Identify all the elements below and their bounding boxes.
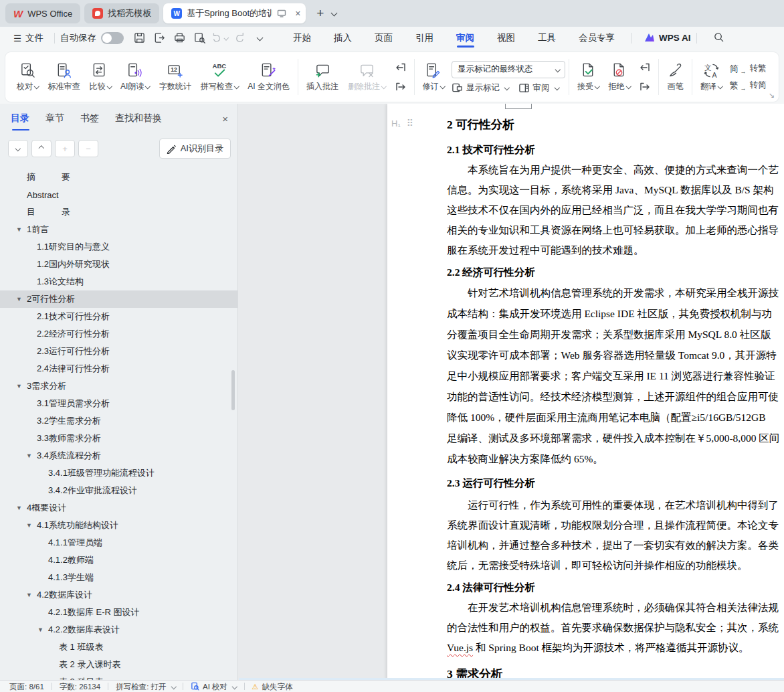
save-icon[interactable]	[130, 30, 148, 46]
toc-expand-arrow[interactable]: ▼	[16, 383, 27, 390]
menu-insert[interactable]: 插入	[322, 27, 363, 49]
compare-button[interactable]: 比较	[85, 56, 116, 98]
tab-chapters[interactable]: 章节	[45, 112, 64, 131]
insert-comment-button[interactable]: 插入批注	[302, 56, 343, 98]
markup-state-select[interactable]: 显示标记的最终状态	[452, 61, 565, 78]
heading-drag-handle[interactable]: H₁ ⠿	[391, 118, 414, 128]
new-tab-button[interactable]: +	[316, 6, 324, 21]
ai-recognize-toc-button[interactable]: AI识别目录	[159, 139, 231, 159]
toc-item[interactable]: ▼4.2.2数据库表设计	[0, 621, 237, 638]
menu-reference[interactable]: 引用	[404, 27, 445, 49]
wps-ai-button[interactable]: WPS AI	[644, 33, 691, 43]
tab-document-active[interactable]: W 基于Spring Boot的培训机构 ×	[163, 3, 306, 23]
document-page[interactable]: H₁ ⠿ 2 可行性分析 2.1 技术可行性分析 本系统旨在为用户提供一种更安全…	[387, 104, 784, 680]
toc-item[interactable]: 1.1研究目的与意义	[0, 238, 237, 256]
toc-expand-arrow[interactable]: ▼	[16, 226, 27, 233]
word-count-button[interactable]: 12 字数统计	[155, 56, 196, 98]
menu-page[interactable]: 页面	[363, 27, 404, 49]
toc-item[interactable]: 1.2国内外研究现状	[0, 256, 237, 273]
missing-font-warning[interactable]: ⚠缺失字体	[252, 681, 293, 692]
review-pane-button[interactable]: 审阅	[518, 82, 559, 94]
ink-brush-button[interactable]: 画笔	[662, 56, 688, 98]
toc-expand-arrow[interactable]: ▼	[16, 505, 27, 511]
proofread-button[interactable]: 校对	[12, 56, 43, 98]
previous-revision-icon[interactable]	[637, 61, 653, 74]
toc-expand-arrow[interactable]: ▼	[37, 626, 48, 633]
file-menu[interactable]: ☰ 文件	[8, 32, 49, 44]
ai-polish-button[interactable]: AI 全文润色	[243, 56, 294, 98]
translate-button[interactable]: 文A 翻译	[696, 56, 727, 98]
tab-docer-templates[interactable]: 找稻壳模板	[84, 3, 159, 23]
word-count-indicator[interactable]: 字数: 26134	[60, 681, 100, 692]
toc-item[interactable]: 表 2 录入课时表	[0, 656, 237, 673]
toc-expand-arrow[interactable]: ▼	[26, 522, 37, 529]
redo-icon[interactable]	[231, 30, 248, 46]
toc-item[interactable]: 4.1.1管理员端	[0, 534, 237, 551]
toc-item[interactable]: ▼4概要设计	[0, 499, 237, 517]
toc-item[interactable]: ▼4.1系统功能结构设计	[0, 517, 237, 534]
close-tab-icon[interactable]: ×	[295, 8, 300, 19]
toc-item[interactable]: ▼4.2数据库设计	[0, 586, 237, 604]
accept-button[interactable]: 接受	[573, 56, 604, 98]
toc-item[interactable]: 3.2学生需求分析	[0, 412, 237, 430]
toc-item[interactable]: 3.1管理员需求分析	[0, 395, 237, 412]
export-icon[interactable]	[151, 30, 168, 46]
tab-bookmarks[interactable]: 书签	[80, 112, 99, 131]
toc-item-selected[interactable]: ▼2可行性分析	[0, 290, 237, 308]
toc-item[interactable]: 目 录	[0, 203, 237, 221]
toc-item[interactable]: 摘 要	[0, 169, 237, 186]
delete-comment-button[interactable]: 删除批注	[343, 56, 391, 98]
toc-item[interactable]: ▼3.4系统流程分析	[0, 447, 237, 464]
toc-item[interactable]: 4.1.3学生端	[0, 569, 237, 586]
menu-member[interactable]: 会员专享	[567, 27, 626, 49]
next-revision-icon[interactable]	[637, 80, 653, 94]
standard-review-button[interactable]: 标准审查	[43, 56, 85, 98]
demote-button[interactable]: −	[78, 140, 98, 157]
menu-view[interactable]: 视图	[486, 27, 526, 49]
previous-comment-icon[interactable]	[393, 61, 409, 74]
collapse-all-button[interactable]	[8, 140, 28, 157]
to-traditional-button[interactable]: 简→ 转繁	[730, 62, 767, 76]
toc-item[interactable]: ▼1前言	[0, 221, 237, 238]
toc-item[interactable]: 表 1 班级表	[0, 638, 237, 656]
menu-home[interactable]: 开始	[282, 27, 322, 49]
monitor-icon[interactable]	[277, 9, 286, 18]
toc-expand-arrow[interactable]: ▼	[26, 592, 37, 598]
toc-item[interactable]: 3.3教师需求分析	[0, 430, 237, 447]
toc-scrollbar-thumb[interactable]	[231, 370, 235, 410]
tab-list-dropdown-icon[interactable]	[332, 7, 336, 19]
autosave-toggle-off[interactable]	[101, 32, 124, 44]
document-text[interactable]: 2 可行性分析 2.1 技术可行性分析 本系统旨在为用户提供一种更安全、高效、便…	[447, 104, 784, 680]
tab-contents[interactable]: 目录	[11, 112, 29, 131]
autosave-control[interactable]: 自动保存	[60, 32, 124, 44]
toc-item[interactable]: 表 3 科目表	[0, 673, 237, 680]
promote-button[interactable]: +	[55, 140, 75, 157]
next-comment-icon[interactable]	[393, 80, 409, 94]
toc-item[interactable]: 3.4.1班级管理功能流程设计	[0, 464, 237, 482]
toc-item[interactable]: 2.3运行可行性分析	[0, 343, 237, 360]
quick-access-dropdown-icon[interactable]	[251, 30, 268, 46]
menu-review-active[interactable]: 审阅	[445, 27, 486, 49]
track-changes-button[interactable]: 修订	[418, 56, 450, 98]
expand-all-button[interactable]	[31, 140, 52, 157]
toc-item[interactable]: Abstract	[0, 186, 237, 203]
toc-item[interactable]: 4.1.2教师端	[0, 551, 237, 569]
close-pane-icon[interactable]: ×	[222, 113, 228, 130]
undo-icon[interactable]	[211, 30, 228, 46]
toc-item[interactable]: 4.2.1数据库 E-R 图设计	[0, 604, 237, 621]
toc-item[interactable]: 2.4法律可行性分析	[0, 360, 237, 377]
print-icon[interactable]	[171, 30, 188, 46]
search-icon[interactable]	[713, 31, 724, 45]
toc-item[interactable]: 1.3论文结构	[0, 273, 237, 290]
tab-wps-home[interactable]: W WPS Office	[5, 3, 80, 23]
toc-item[interactable]: 2.1技术可行性分析	[0, 308, 237, 325]
toc-item[interactable]: 3.4.2作业审批流程设计	[0, 482, 237, 499]
menu-tools[interactable]: 工具	[526, 27, 567, 49]
to-simplified-button[interactable]: 繁→ 转简	[730, 78, 767, 93]
ai-read-aloud-button[interactable]: AI朗读	[116, 56, 155, 98]
toc-expand-arrow[interactable]: ▼	[26, 452, 37, 459]
toc-expand-arrow[interactable]: ▼	[16, 296, 27, 302]
toc-item[interactable]: 2.2经济可行性分析	[0, 325, 237, 343]
ai-proof-indicator[interactable]: AI 校对	[191, 681, 237, 692]
toc-item[interactable]: ▼3需求分析	[0, 377, 237, 395]
